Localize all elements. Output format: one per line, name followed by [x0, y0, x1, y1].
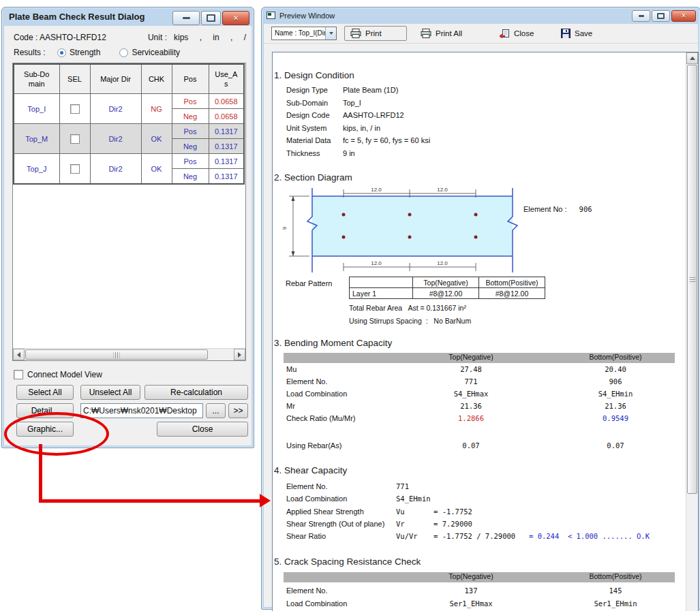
bending-top: 27.48	[430, 365, 512, 373]
crack-bottom: Ser1_EHmin	[575, 599, 656, 608]
printer-icon	[421, 29, 431, 38]
bending-label: Mr	[286, 402, 295, 410]
cell-neg-value: 0.0658	[209, 109, 244, 124]
close-preview-icon	[500, 29, 510, 38]
row-checkbox[interactable]	[70, 164, 80, 174]
maximize-icon	[207, 14, 215, 22]
header-use-as: Use_As	[209, 64, 244, 94]
dialog-title: Plate Beam Check Result Dialog	[2, 12, 144, 22]
print-label: Print	[365, 29, 382, 37]
unselect-all-button[interactable]: Unselect All	[80, 385, 140, 400]
cell-pos-label: Pos	[172, 124, 209, 139]
scrollbar-thumb[interactable]	[25, 349, 208, 360]
connect-model-view-checkbox[interactable]: Connect Model View	[14, 370, 102, 379]
cell-pos-label: Pos	[172, 94, 209, 109]
cell-chk: OK	[141, 154, 172, 185]
header-sel: SEL	[59, 64, 90, 94]
bending-label: Using Rebar(As)	[286, 441, 341, 450]
path-field[interactable]: C:₩Users₩nsk0201₩Desktop	[80, 403, 203, 418]
bending-label: Element No.	[286, 377, 328, 386]
table-row[interactable]: Top_M Dir2 OK Pos 0.1317	[14, 124, 244, 139]
column-header-bar: Top(Negative) Bottom(Positive)	[284, 353, 675, 363]
scrollbar-thumb[interactable]	[687, 65, 697, 494]
cell-neg-label: Neg	[172, 109, 209, 124]
result-grid: Sub-Domain SEL Major Dir CHK Pos Use_As …	[12, 63, 246, 361]
dc-value: kips, in, / in	[343, 124, 380, 132]
dc-label: Design Code	[286, 111, 330, 119]
rebar-pattern-label: Rebar Pattern	[286, 279, 332, 287]
checkbox-icon	[14, 370, 23, 379]
cell-chk: NG	[141, 94, 172, 124]
bending-bottom: 21.36	[575, 402, 656, 410]
report-viewport: 1. Design Condition Design TypePlate Bea…	[272, 52, 699, 611]
bending-bottom: 0.07	[575, 441, 656, 450]
shear-symbol: S4_EHmin	[396, 495, 431, 503]
name-dropdown-value: Name : Top_I(Dir2)	[275, 29, 332, 37]
print-all-label: Print All	[436, 29, 462, 37]
preview-client-area: Name : Top_I(Dir2) Print Print All Close…	[264, 24, 698, 607]
section-heading: 5. Crack Spacing Resistance Check	[274, 557, 421, 567]
save-button[interactable]: Save	[556, 26, 602, 41]
maximize-button[interactable]	[652, 10, 670, 22]
minimize-button[interactable]	[632, 10, 650, 22]
scroll-right-button[interactable]	[234, 349, 245, 360]
print-all-button[interactable]: Print All	[415, 26, 479, 41]
minimize-button[interactable]	[172, 11, 200, 25]
select-all-button[interactable]: Select All	[16, 385, 74, 400]
close-button[interactable]: ✕	[671, 10, 696, 22]
table-row[interactable]: Top_J Dir2 OK Pos 0.1317	[14, 154, 244, 169]
row-checkbox[interactable]	[70, 104, 80, 114]
close-button[interactable]: ✕	[222, 11, 249, 25]
shear-value: = -1.7752	[433, 507, 472, 516]
recalculation-button[interactable]: Re-calculation	[144, 385, 248, 400]
stirrups-spacing: Using Stirrups Spacing : No BarNum	[349, 317, 471, 325]
scroll-up-button[interactable]	[686, 52, 698, 64]
scroll-up-icon	[690, 57, 695, 60]
element-no-value: 906	[579, 205, 592, 213]
dim-bottom-right: 12.0	[437, 260, 448, 266]
radio-strength[interactable]: Strength	[57, 48, 100, 57]
element-no-row: Element No :906	[523, 205, 592, 213]
header-pos: Pos	[172, 64, 209, 94]
preview-window-icon	[267, 12, 275, 19]
crack-bottom: 145	[575, 586, 656, 595]
col-bottom-positive: Bottom(Positive)	[575, 353, 656, 361]
vertical-scrollbar[interactable]	[686, 52, 698, 611]
print-button[interactable]: Print	[344, 26, 407, 41]
crack-top: 137	[430, 586, 512, 595]
unit-values: kips , in , /	[174, 33, 246, 42]
crack-label: Load Combination	[286, 599, 347, 608]
header-chk: CHK	[141, 64, 172, 94]
bending-top: 771	[430, 377, 512, 386]
graphic-button[interactable]: Graphic...	[16, 422, 74, 437]
detail-button[interactable]: Detail...	[16, 403, 74, 418]
cell-pos-value: 0.1317	[209, 124, 244, 139]
shear-label: Shear Ratio	[286, 532, 326, 540]
preview-close-button[interactable]: Close	[494, 26, 545, 41]
expand-button[interactable]: >>	[228, 403, 248, 418]
crack-top: Ser1_EHmax	[430, 599, 512, 608]
dialog-close-button[interactable]: Close	[157, 422, 248, 437]
cell-pos-label: Pos	[172, 154, 209, 169]
scroll-left-button[interactable]	[13, 349, 25, 360]
cell-sub-domain: Top_J	[14, 154, 59, 185]
name-dropdown[interactable]: Name : Top_I(Dir2)	[271, 27, 337, 40]
cell-pos-value: 0.0658	[209, 94, 244, 109]
table-row[interactable]: Top_I Dir2 NG Pos 0.0658	[14, 94, 244, 109]
horizontal-scrollbar[interactable]	[13, 348, 245, 360]
row-checkbox[interactable]	[70, 134, 80, 144]
col-bottom-positive: Bottom(Positive)	[575, 572, 656, 580]
header-sub-domain: Sub-Domain	[14, 64, 59, 94]
dc-label: Sub-Domain	[286, 99, 328, 107]
cell-neg-label: Neg	[172, 169, 209, 185]
browse-button[interactable]: ...	[206, 403, 226, 418]
shear-symbol: Vr	[396, 520, 405, 528]
shear-symbol: 771	[396, 482, 409, 490]
radio-serviceability[interactable]: Serviceability	[119, 48, 180, 57]
dc-value: 9 in	[343, 149, 355, 157]
section-diagram: 12.0 12.0 12.0 12.0 9	[278, 186, 544, 276]
minimize-icon	[639, 15, 644, 17]
dropdown-button[interactable]	[325, 27, 336, 40]
maximize-button[interactable]	[201, 11, 221, 25]
table-header-row: Sub-Domain SEL Major Dir CHK Pos Use_As	[14, 64, 244, 94]
